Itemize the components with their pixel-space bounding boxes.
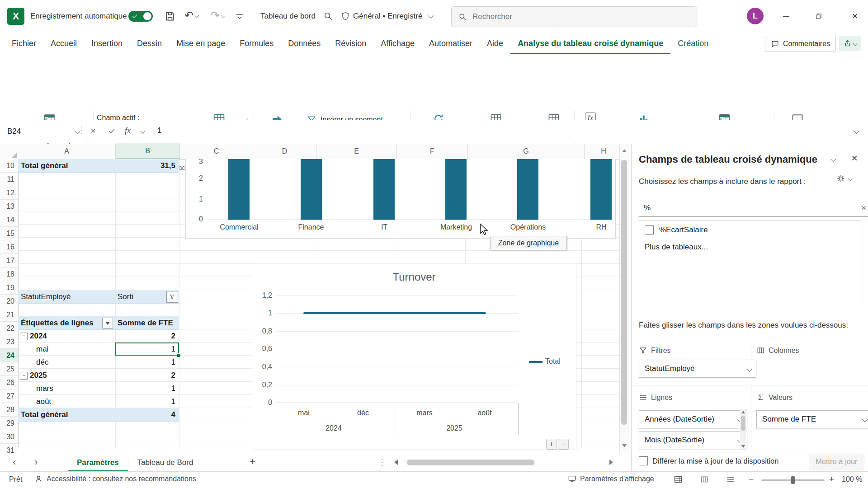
column-header-h[interactable]: H bbox=[585, 144, 623, 160]
cell-b27[interactable]: 1 bbox=[115, 382, 179, 395]
drag-handle-icon[interactable]: ⋮ bbox=[78, 126, 86, 136]
row-header[interactable]: 19 bbox=[0, 281, 18, 295]
cell-a22[interactable]: Étiquettes de lignes bbox=[21, 316, 94, 329]
row-labels-filter-dropdown[interactable] bbox=[102, 318, 113, 328]
tab-dessin[interactable]: Dessin bbox=[130, 33, 169, 54]
column-header-c[interactable]: C bbox=[180, 144, 253, 160]
pane-close-icon[interactable]: × bbox=[851, 152, 858, 164]
chart-title[interactable]: Turnover bbox=[252, 271, 576, 283]
cell-a26[interactable]: 2025 bbox=[30, 369, 47, 382]
column-header-a[interactable]: A bbox=[18, 144, 116, 160]
row-header[interactable]: 10 bbox=[0, 159, 18, 173]
rows-area-scrollbar[interactable] bbox=[740, 409, 746, 449]
pane-gear-button[interactable] bbox=[836, 174, 852, 183]
display-settings-button[interactable]: Paramètres d'affichage bbox=[568, 474, 654, 483]
series-total-line[interactable] bbox=[303, 312, 486, 314]
document-title[interactable]: Tableau de bord bbox=[260, 12, 316, 21]
zoom-in-button[interactable]: + bbox=[829, 474, 834, 484]
bar-marketing[interactable] bbox=[445, 159, 467, 220]
column-header-d[interactable]: D bbox=[253, 144, 316, 160]
clear-search-icon[interactable]: × bbox=[861, 203, 866, 213]
cell-b29[interactable]: 4 bbox=[115, 408, 179, 421]
sheet-nav-left-icon[interactable]: ‹ bbox=[13, 456, 16, 468]
chart-zoom-out-button[interactable]: − bbox=[558, 439, 569, 450]
tab-accueil[interactable]: Accueil bbox=[43, 33, 84, 54]
row-header[interactable]: 15 bbox=[0, 227, 18, 240]
row-header-selected[interactable]: 24 bbox=[0, 349, 18, 362]
update-button[interactable]: Mettre à jour bbox=[809, 454, 864, 469]
save-icon[interactable] bbox=[164, 10, 176, 22]
report-filter-icon[interactable] bbox=[166, 291, 178, 303]
tab-creation[interactable]: Création bbox=[670, 33, 716, 54]
zoom-slider-thumb[interactable] bbox=[791, 476, 795, 484]
add-sheet-button[interactable]: + bbox=[250, 456, 255, 468]
select-all-corner[interactable] bbox=[0, 144, 19, 160]
insert-function-icon[interactable]: fx bbox=[125, 126, 131, 136]
row-header[interactable]: 16 bbox=[0, 240, 18, 254]
tab-mise-en-page[interactable]: Mise en page bbox=[169, 33, 232, 54]
bar-rh[interactable] bbox=[590, 159, 612, 220]
autosave-toggle[interactable] bbox=[128, 11, 153, 22]
field-checkbox[interactable] bbox=[645, 225, 654, 235]
sheet-tab-tableau-de-bord[interactable]: Tableau de Bord bbox=[128, 453, 203, 472]
zoom-out-button[interactable]: − bbox=[749, 474, 754, 484]
restore-button[interactable] bbox=[807, 0, 830, 33]
cell-a20[interactable]: StatutEmployé bbox=[21, 290, 71, 303]
expand-formula-bar-icon[interactable] bbox=[854, 128, 859, 134]
row-header[interactable]: 17 bbox=[0, 254, 18, 267]
row-header[interactable]: 30 bbox=[0, 430, 18, 444]
chip-statut-employe[interactable]: StatutEmployé bbox=[639, 360, 756, 378]
cell-a10[interactable]: Total général bbox=[21, 159, 68, 172]
document-status[interactable]: Général • Enregistré bbox=[353, 12, 422, 21]
cell-a23[interactable]: 2024 bbox=[30, 329, 47, 343]
field-search-input[interactable] bbox=[644, 203, 843, 212]
search-input[interactable] bbox=[472, 12, 662, 21]
row-header[interactable]: 13 bbox=[0, 200, 18, 213]
cancel-icon[interactable]: × bbox=[90, 125, 96, 136]
column-header-e[interactable]: E bbox=[316, 144, 397, 160]
chip-annees-datesortie[interactable]: Années (DateSortie) bbox=[639, 410, 747, 428]
cell-a28[interactable]: août bbox=[36, 395, 51, 408]
search-box[interactable] bbox=[451, 6, 697, 27]
people-search-icon[interactable] bbox=[323, 11, 333, 21]
page-break-view-button[interactable] bbox=[726, 475, 735, 484]
cell-a25[interactable]: déc bbox=[36, 356, 48, 369]
share-button[interactable] bbox=[839, 36, 861, 51]
cell-a27[interactable]: mars bbox=[36, 382, 53, 395]
legend-label[interactable]: Total bbox=[545, 357, 561, 366]
row-header[interactable]: 27 bbox=[0, 389, 18, 403]
sheet-nav-right-icon[interactable]: › bbox=[34, 456, 38, 468]
tab-formules[interactable]: Formules bbox=[232, 33, 281, 54]
scroll-down-icon[interactable] bbox=[622, 444, 627, 447]
cell-b26[interactable]: 2 bbox=[115, 369, 179, 382]
tab-analyse-tcd[interactable]: Analyse du tableau croisé dynamique bbox=[510, 33, 670, 54]
defer-layout-update[interactable]: Différer la mise à jour de la dispositio… bbox=[639, 456, 778, 465]
quick-access-customize-icon[interactable] bbox=[236, 13, 244, 21]
row-header[interactable]: 11 bbox=[0, 173, 18, 186]
hscroll-right-icon[interactable] bbox=[609, 460, 613, 465]
tab-donnees[interactable]: Données bbox=[281, 33, 328, 54]
hscroll-left-icon[interactable] bbox=[394, 460, 398, 465]
status-chevron-icon[interactable] bbox=[428, 13, 434, 19]
tab-automatiser[interactable]: Automatiser bbox=[422, 33, 480, 54]
chip-mois-datesortie[interactable]: Mois (DateSortie) bbox=[639, 431, 747, 449]
sheetbar-overflow-icon[interactable]: ⋮ bbox=[378, 457, 387, 467]
vertical-scroll-thumb[interactable] bbox=[621, 160, 627, 425]
zoom-level[interactable]: 100 % bbox=[842, 475, 862, 483]
bar-commercial[interactable] bbox=[228, 159, 250, 220]
page-layout-view-button[interactable] bbox=[700, 475, 709, 484]
row-header[interactable]: 29 bbox=[0, 417, 18, 430]
turnover-line-chart[interactable]: Turnover 1,2 1 0,8 0,6 0,4 0,2 0 Total m… bbox=[252, 263, 576, 450]
cell-b23[interactable]: 2 bbox=[115, 329, 179, 343]
comments-button[interactable]: Commentaires bbox=[765, 36, 836, 52]
formula-content[interactable]: 1 bbox=[157, 126, 161, 135]
close-button[interactable]: × bbox=[842, 0, 868, 33]
minimize-button[interactable] bbox=[775, 0, 797, 33]
tab-fichier[interactable]: Fichier bbox=[5, 33, 43, 54]
bar-operations[interactable] bbox=[517, 159, 538, 220]
cell-b20[interactable]: Sorti bbox=[118, 290, 133, 303]
chip-somme-de-fte[interactable]: Somme de FTE bbox=[756, 410, 868, 428]
cell-a24[interactable]: mai bbox=[36, 343, 48, 356]
cell-b28[interactable]: 1 bbox=[115, 395, 179, 408]
row-header[interactable]: 18 bbox=[0, 267, 18, 281]
